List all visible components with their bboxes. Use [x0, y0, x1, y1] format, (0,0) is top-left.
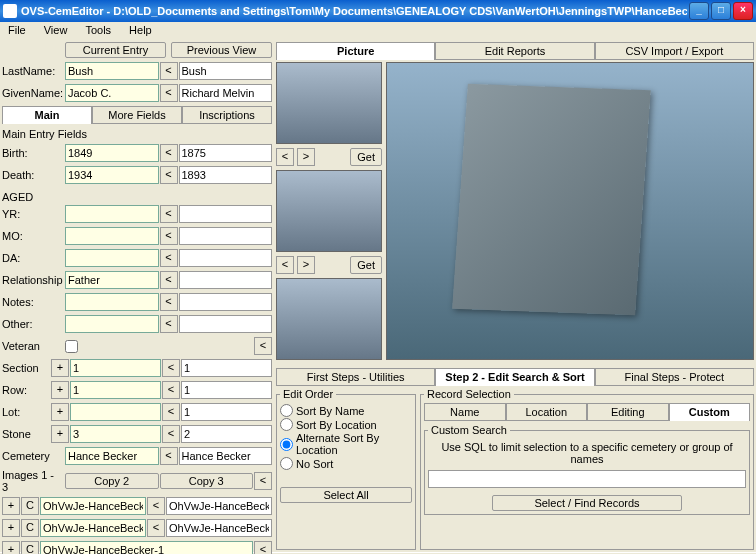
- thumb2-next[interactable]: >: [297, 256, 315, 274]
- menu-file[interactable]: File: [4, 23, 30, 39]
- death-input[interactable]: [65, 166, 159, 184]
- row-copy[interactable]: <: [162, 381, 180, 399]
- da-input[interactable]: [65, 249, 159, 267]
- cem-copy[interactable]: <: [160, 447, 178, 465]
- img3-plus[interactable]: +: [2, 541, 20, 554]
- prev-notes[interactable]: [179, 293, 273, 311]
- prev-givenname[interactable]: [179, 84, 273, 102]
- img3-copy[interactable]: <: [254, 541, 272, 554]
- vet-copy[interactable]: <: [254, 337, 272, 355]
- img2-c[interactable]: C: [21, 519, 39, 537]
- prev-death[interactable]: [179, 166, 273, 184]
- radio-nosort[interactable]: [280, 457, 293, 470]
- selectall-button[interactable]: Select All: [280, 487, 412, 503]
- tab-finalsteps[interactable]: Final Steps - Protect: [595, 368, 754, 386]
- main-picture[interactable]: [386, 62, 754, 360]
- yr-input[interactable]: [65, 205, 159, 223]
- img2-copy[interactable]: <: [147, 519, 165, 537]
- veteran-checkbox[interactable]: [65, 340, 78, 353]
- lot-copy[interactable]: <: [162, 403, 180, 421]
- tab-step2[interactable]: Step 2 - Edit Search & Sort: [435, 368, 594, 386]
- menu-help[interactable]: Help: [125, 23, 156, 39]
- close-button[interactable]: ×: [733, 2, 753, 20]
- da-copy[interactable]: <: [160, 249, 178, 267]
- tab-editreports[interactable]: Edit Reports: [435, 42, 594, 60]
- section-copy[interactable]: <: [162, 359, 180, 377]
- stone-input[interactable]: [70, 425, 161, 443]
- tab-firststeps[interactable]: First Steps - Utilities: [276, 368, 435, 386]
- prev-stone[interactable]: [181, 425, 272, 443]
- prev-section[interactable]: [181, 359, 272, 377]
- img3-input[interactable]: [40, 541, 253, 554]
- prev-da[interactable]: [179, 249, 273, 267]
- img2-input[interactable]: [40, 519, 146, 537]
- thumb1-prev[interactable]: <: [276, 148, 294, 166]
- lot-input[interactable]: [70, 403, 161, 421]
- other-input[interactable]: [65, 315, 159, 333]
- mo-copy[interactable]: <: [160, 227, 178, 245]
- thumb1-next[interactable]: >: [297, 148, 315, 166]
- prev-img1[interactable]: [166, 497, 272, 515]
- img1-c[interactable]: C: [21, 497, 39, 515]
- rel-copy[interactable]: <: [160, 271, 178, 289]
- rel-input[interactable]: [65, 271, 159, 289]
- tab-morefields[interactable]: More Fields: [92, 106, 182, 124]
- lastname-copy[interactable]: <: [160, 62, 178, 80]
- subtab-editing[interactable]: Editing: [587, 403, 669, 421]
- cem-input[interactable]: [65, 447, 159, 465]
- radio-sortbyloc[interactable]: [280, 418, 293, 431]
- subtab-name[interactable]: Name: [424, 403, 506, 421]
- prev-lastname[interactable]: [179, 62, 273, 80]
- subtab-location[interactable]: Location: [506, 403, 588, 421]
- row-plus[interactable]: +: [51, 381, 69, 399]
- img2-plus[interactable]: +: [2, 519, 20, 537]
- menu-tools[interactable]: Tools: [81, 23, 115, 39]
- maximize-button[interactable]: □: [711, 2, 731, 20]
- subtab-custom[interactable]: Custom: [669, 403, 751, 421]
- menu-view[interactable]: View: [40, 23, 72, 39]
- givenname-copy[interactable]: <: [160, 84, 178, 102]
- prev-other[interactable]: [179, 315, 273, 333]
- minimize-button[interactable]: _: [689, 2, 709, 20]
- tab-inscriptions[interactable]: Inscriptions: [182, 106, 272, 124]
- mo-input[interactable]: [65, 227, 159, 245]
- prev-img2[interactable]: [166, 519, 272, 537]
- other-copy[interactable]: <: [160, 315, 178, 333]
- birth-input[interactable]: [65, 144, 159, 162]
- prev-lot[interactable]: [181, 403, 272, 421]
- lastname-input[interactable]: [65, 62, 159, 80]
- lot-plus[interactable]: +: [51, 403, 69, 421]
- prev-yr[interactable]: [179, 205, 273, 223]
- img1-input[interactable]: [40, 497, 146, 515]
- thumb2-prev[interactable]: <: [276, 256, 294, 274]
- selectfind-button[interactable]: Select / Find Records: [492, 495, 683, 511]
- thumbnail-2[interactable]: [276, 170, 382, 252]
- yr-copy[interactable]: <: [160, 205, 178, 223]
- radio-sortbyname[interactable]: [280, 404, 293, 417]
- copy2-button[interactable]: Copy 2: [65, 473, 159, 489]
- prev-mo[interactable]: [179, 227, 273, 245]
- stone-plus[interactable]: +: [51, 425, 69, 443]
- section-plus[interactable]: +: [51, 359, 69, 377]
- notes-copy[interactable]: <: [160, 293, 178, 311]
- img1-plus[interactable]: +: [2, 497, 20, 515]
- row-input[interactable]: [70, 381, 161, 399]
- img3-c[interactable]: C: [21, 541, 39, 554]
- radio-altsort[interactable]: [280, 438, 293, 451]
- prev-rel[interactable]: [179, 271, 273, 289]
- img1-copy[interactable]: <: [147, 497, 165, 515]
- notes-input[interactable]: [65, 293, 159, 311]
- tab-csv[interactable]: CSV Import / Export: [595, 42, 754, 60]
- prev-birth[interactable]: [179, 144, 273, 162]
- thumbnail-1[interactable]: [276, 62, 382, 144]
- birth-copy[interactable]: <: [160, 144, 178, 162]
- prev-row[interactable]: [181, 381, 272, 399]
- thumbnail-3[interactable]: [276, 278, 382, 360]
- death-copy[interactable]: <: [160, 166, 178, 184]
- thumb1-get[interactable]: Get: [350, 148, 382, 166]
- givenname-input[interactable]: [65, 84, 159, 102]
- section-input[interactable]: [70, 359, 161, 377]
- stone-copy[interactable]: <: [162, 425, 180, 443]
- tab-main[interactable]: Main: [2, 106, 92, 124]
- sql-input[interactable]: [428, 470, 746, 488]
